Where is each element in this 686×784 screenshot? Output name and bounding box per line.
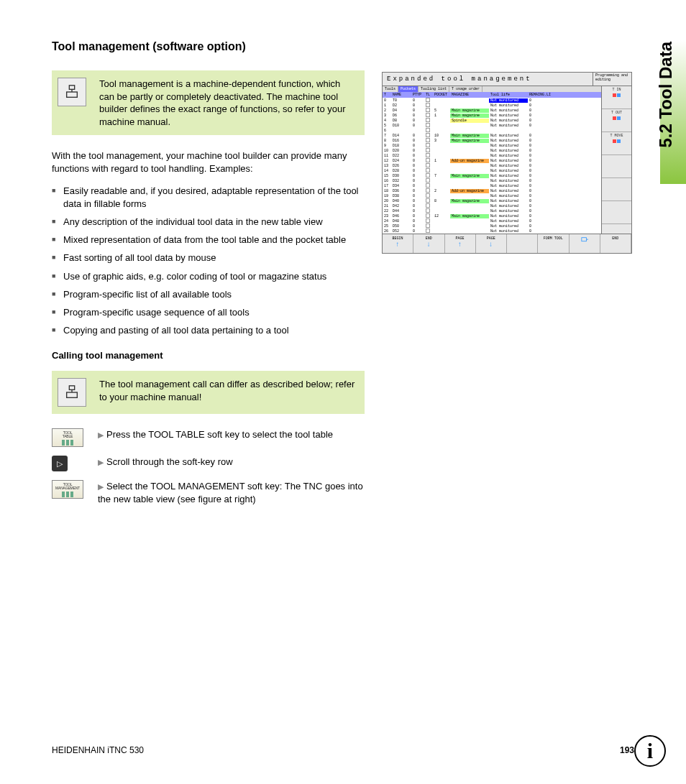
- shot-softkey: PAGE↓: [476, 234, 507, 253]
- subheading-calling: Calling tool management: [52, 350, 365, 361]
- step: TOOLMANAGEMENT▶Select the TOOL MANAGEMEN…: [52, 480, 365, 506]
- step: TOOLTABLE▶Press the TOOL TABLE soft key …: [52, 428, 365, 447]
- table-row: 25D500Not monitored0: [383, 223, 601, 229]
- page-heading: Tool management (software option): [52, 40, 365, 53]
- table-row: 5D100Not monitored0: [383, 123, 601, 128]
- table-row: 21D420Not monitored0: [383, 203, 601, 208]
- page-footer: HEIDENHAIN iTNC 530 193: [52, 745, 634, 755]
- shot-col-header: PTYP: [411, 92, 424, 98]
- feature-item: Any description of the individual tool d…: [52, 216, 365, 229]
- table-row: 15D3007Main magazineNot monitored0: [383, 173, 601, 178]
- shot-tab: T usage order: [449, 86, 483, 92]
- table-row: 6: [383, 128, 601, 133]
- table-row: 22D440Not monitored0: [383, 208, 601, 213]
- page-number: 193: [620, 745, 634, 755]
- table-row: 11D220Not monitored0: [383, 153, 601, 158]
- shot-tab: Tooling list: [419, 86, 449, 92]
- shot-col-header: NAME: [391, 92, 411, 98]
- shot-thead: TNAMEPTYPTLPOCKETMAGAZINETool lifeREMAIN…: [383, 92, 601, 98]
- table-row: 13D260Not monitored0: [383, 163, 601, 168]
- table-row: 1D20Not monitored0: [383, 103, 601, 108]
- shot-col-header: MAGAZINE: [450, 92, 489, 98]
- shot-tab: Pockets: [398, 86, 419, 92]
- feature-item: Use of graphic aids, e.g. color coding o…: [52, 270, 365, 283]
- shot-softkeys: BEGIN↑END↓PAGE↑PAGE↓FORM TOOLEND: [383, 234, 631, 253]
- machine-icon: [58, 78, 86, 106]
- steps-list: TOOLTABLE▶Press the TOOL TABLE soft key …: [52, 428, 365, 506]
- shot-softkey: [570, 234, 600, 253]
- shot-softkey: END↓: [413, 234, 444, 253]
- screenshot-tool-management: Expanded tool management Programming and…: [382, 72, 632, 254]
- note-call-differ: The tool management call can differ as d…: [52, 371, 365, 414]
- shot-softkey: [507, 234, 538, 253]
- intro-paragraph: With the tool management, your machine t…: [52, 149, 365, 175]
- shot-col-header: POCKET: [433, 92, 450, 98]
- table-row: 16D320Not monitored0: [383, 178, 601, 183]
- note-text: Tool management is a machine-dependent f…: [99, 78, 356, 128]
- table-row: 12D2401Add-on magazineNot monitored0: [383, 158, 601, 163]
- shot-rows: 0T00Not monitored01D20Not monitored02D40…: [383, 98, 601, 234]
- softkey-icon: TOOLTABLE: [52, 428, 83, 447]
- shot-softkey: PAGE↑: [445, 234, 476, 253]
- feature-item: Program-specific list of all available t…: [52, 288, 365, 301]
- shot-mode: Programming and editing: [593, 73, 631, 86]
- shot-side-button: [602, 155, 631, 178]
- step: ▷▶Scroll through the soft-key row: [52, 456, 365, 471]
- table-row: 4D80SpindleNot monitored0: [383, 118, 601, 123]
- shot-sidebar: T INT OUTT MOVE: [601, 86, 631, 234]
- table-row: 10D200Not monitored0: [383, 148, 601, 153]
- feature-item: Copying and pasting of all tool data per…: [52, 324, 365, 337]
- table-row: 7D14010Main magazineNot monitored0: [383, 133, 601, 138]
- note-text: The tool management call can differ as d…: [99, 378, 356, 403]
- info-icon: i: [634, 735, 666, 767]
- table-row: 9D180Not monitored0: [383, 143, 601, 148]
- table-row: 23D46012Main magazineNot monitored0: [383, 213, 601, 218]
- shot-side-button: [602, 178, 631, 201]
- shot-softkey: BEGIN↑: [383, 234, 413, 253]
- table-row: 26D520Not monitored0: [383, 229, 601, 234]
- svg-rect-0: [69, 86, 74, 90]
- table-row: 19D380Not monitored0: [383, 193, 601, 198]
- table-row: 3D601Main magazineNot monitored0: [383, 113, 601, 118]
- feature-item: Fast sorting of all tool data by mouse: [52, 252, 365, 264]
- table-row: 20D4008Main magazineNot monitored0: [383, 198, 601, 203]
- feature-list: Easily readable and, if you desired, ada…: [52, 185, 365, 338]
- shot-tabs: ToolsPocketsTooling listT usage order: [383, 86, 601, 92]
- feature-item: Program-specific usage sequence of all t…: [52, 306, 365, 319]
- shot-title: Expanded tool management: [383, 73, 593, 86]
- scroll-key-icon: ▷: [52, 456, 83, 471]
- machine-icon: [58, 378, 86, 407]
- svg-rect-4: [67, 392, 78, 397]
- step-text: ▶Scroll through the soft-key row: [98, 456, 233, 469]
- shot-softkey: END: [600, 234, 631, 253]
- step-text: ▶Select the TOOL MANAGEMENT soft key: Th…: [98, 480, 365, 506]
- shot-side-button: [602, 201, 631, 224]
- section-tab-label: 5.2 Tool Data: [656, 42, 676, 148]
- table-row: 17D340Not monitored0: [383, 183, 601, 188]
- footer-product: HEIDENHAIN iTNC 530: [52, 745, 144, 755]
- shot-softkey: FORM TOOL: [538, 234, 569, 253]
- shot-side-button: T MOVE: [602, 132, 631, 155]
- table-row: 0T00Not monitored0: [383, 98, 601, 103]
- table-row: 14D280Not monitored0: [383, 168, 601, 173]
- step-text: ▶Press the TOOL TABLE soft key to select…: [98, 428, 333, 441]
- svg-rect-6: [581, 238, 586, 241]
- feature-item: Easily readable and, if you desired, ada…: [52, 185, 365, 211]
- table-row: 18D3602Add-on magazineNot monitored0: [383, 188, 601, 193]
- shot-col-header: T: [383, 92, 391, 98]
- shot-side-button: T OUT: [602, 109, 631, 132]
- svg-rect-3: [69, 386, 74, 390]
- shot-col-header: Tool life: [489, 92, 528, 98]
- softkey-icon: TOOLMANAGEMENT: [52, 480, 83, 499]
- note-machine-dependent: Tool management is a machine-dependent f…: [52, 70, 365, 135]
- table-row: 8D1603Main magazineNot monitored0: [383, 138, 601, 143]
- table-row: 24D480Not monitored0: [383, 218, 601, 223]
- table-row: 2D405Main magazineNot monitored0: [383, 108, 601, 113]
- shot-side-button: T IN: [602, 86, 631, 109]
- svg-rect-1: [67, 92, 78, 97]
- shot-tab: Tools: [383, 86, 398, 92]
- shot-col-header: REMAING.LI: [528, 92, 601, 98]
- feature-item: Mixed representation of data from the to…: [52, 234, 365, 246]
